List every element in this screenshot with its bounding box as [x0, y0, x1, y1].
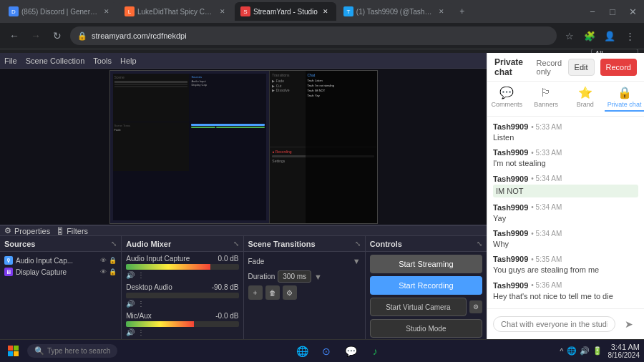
source-lock-icon-display[interactable]: 🔒	[109, 268, 117, 275]
sources-expand-icon[interactable]: ⤡	[111, 240, 117, 248]
start-button[interactable]	[4, 342, 23, 361]
taskbar-right: ^ 🌐 🔊 🔋 3:41 AM 8/16/2024	[560, 343, 640, 359]
studio-mode-button[interactable]: Studio Mode	[370, 319, 482, 338]
virtual-camera-button[interactable]: Start Virtual Camera	[370, 298, 467, 316]
audio-expand-icon[interactable]: ⤡	[233, 240, 239, 248]
maximize-icon[interactable]: □	[604, 3, 621, 20]
sources-panel-actions: ⤡	[111, 240, 117, 248]
tab-streamyard[interactable]: S StreamYard - Studio ✕	[235, 2, 336, 21]
taskbar-app-spotify[interactable]: ♪	[364, 341, 386, 361]
tab-close-streamyard[interactable]: ✕	[321, 6, 331, 16]
chat-msg-meta-1: Tash9909 • 5:33 AM	[493, 148, 638, 157]
taskbar-app-discord[interactable]: 💬	[340, 341, 361, 361]
taskbar-app-edge[interactable]: 🌐	[291, 341, 313, 361]
transition-add-button[interactable]: +	[248, 285, 263, 300]
tab-banners[interactable]: 🏳 Banners	[527, 82, 566, 116]
tab-close-discord[interactable]: ✕	[102, 6, 112, 16]
transition-remove-button[interactable]: 🗑	[265, 285, 280, 300]
duration-row: Duration 300 ms ▼	[248, 270, 361, 283]
tab-favicon-luke: L	[125, 6, 135, 16]
audio-panel-actions: ⤡	[233, 240, 239, 248]
source-lock-icon[interactable]: 🔒	[109, 257, 117, 264]
menu-file[interactable]: File	[4, 57, 17, 65]
menu-help[interactable]: Help	[120, 57, 137, 65]
battery-icon[interactable]: 🔋	[592, 346, 602, 356]
menu-icon[interactable]: ⋮	[621, 27, 638, 44]
audio-desktop-more-icon[interactable]: ⋮	[137, 300, 145, 308]
edit-button[interactable]: Edit	[568, 59, 595, 76]
transitions-panel-actions: ⤡	[355, 240, 361, 248]
volume-icon[interactable]: 🔊	[580, 346, 590, 356]
audio-capture-name: Audio Input Capture	[126, 255, 190, 263]
refresh-button[interactable]: ↻	[49, 27, 66, 44]
star-icon[interactable]: ☆	[561, 27, 578, 44]
audio-desktop-controls: 🔊 ⋮	[126, 300, 238, 308]
filters-label: Filters	[67, 227, 88, 235]
sources-panel: Sources ⤡ 🎙 Audio Input Cap... 👁 🔒	[0, 236, 122, 339]
forward-button[interactable]: →	[27, 27, 44, 44]
browser-chrome: D (865) Discord | General | C... ✕ L Luk…	[0, 0, 644, 53]
tab-tash[interactable]: T (1) Tash9909 (@Tash9909)... ✕	[338, 2, 452, 21]
taskbar-app-chrome[interactable]: ⊙	[316, 341, 337, 361]
minimize-icon[interactable]: −	[584, 3, 601, 20]
audio-capture-vol-icon[interactable]: 🔊	[126, 271, 135, 279]
tab-label-streamyard: StreamYard - Studio	[253, 8, 318, 16]
tab-luke[interactable]: L LukeDidThat Spicy Challenge C... ✕	[119, 2, 233, 21]
tab-close-tash[interactable]: ✕	[436, 6, 447, 16]
transition-settings-button[interactable]: ⚙	[283, 285, 297, 300]
chat-input[interactable]	[493, 316, 615, 332]
private-chat-label: Private chat	[608, 101, 642, 108]
audio-capture-more-icon[interactable]: ⋮	[137, 271, 145, 279]
profile-icon[interactable]: 👤	[601, 27, 618, 44]
tab-private-chat[interactable]: 🔒 Private chat	[605, 82, 644, 116]
search-icon: 🔍	[34, 346, 44, 356]
tray-chevron-icon[interactable]: ^	[560, 347, 563, 356]
start-streaming-button[interactable]: Start Streaming	[370, 255, 482, 273]
source-icon-display: 🖥	[4, 268, 13, 276]
controls-expand-icon[interactable]: ⤡	[477, 240, 482, 248]
back-button[interactable]: ←	[6, 27, 23, 44]
tab-close-luke[interactable]: ✕	[218, 6, 228, 16]
filters-button[interactable]: 🎛 Filters	[56, 227, 88, 235]
chat-msg-time-2: • 5:34 AM	[531, 175, 562, 182]
chat-msg-time-5: • 5:35 AM	[531, 255, 562, 263]
menu-scene-collection[interactable]: Scene Collection	[26, 57, 85, 65]
search-bar[interactable]: 🔍 Type here to search	[27, 344, 117, 358]
chat-msg-meta-6: Tash9909 • 5:36 AM	[493, 281, 638, 290]
start-recording-button[interactable]: Start Recording	[370, 276, 482, 295]
record-only-label: Record only	[537, 59, 562, 76]
audio-mic-db: -0.0 dB	[215, 312, 238, 320]
transition-controls: + 🗑 ⚙	[248, 285, 361, 300]
source-eye-icon-display[interactable]: 👁	[100, 268, 107, 275]
menu-tools[interactable]: Tools	[93, 57, 112, 65]
tab-brand[interactable]: ⭐ Brand	[566, 82, 605, 116]
audio-mic-vol-icon[interactable]: 🔊	[126, 328, 135, 336]
new-tab-button[interactable]: +	[454, 3, 471, 20]
extensions-icon[interactable]: 🧩	[581, 27, 598, 44]
tab-favicon-tash: T	[343, 6, 353, 16]
transitions-expand-icon[interactable]: ⤡	[355, 240, 361, 248]
properties-button[interactable]: ⚙ Properties	[4, 226, 50, 235]
tab-comments[interactable]: 💬 Comments	[487, 82, 527, 116]
address-bar[interactable]: 🔒 streamyard.com/rcdfnekdpi	[70, 26, 557, 45]
source-eye-icon[interactable]: 👁	[100, 257, 107, 264]
duration-dropdown-icon[interactable]: ▼	[314, 273, 322, 281]
close-icon[interactable]: ✕	[624, 3, 641, 20]
vcam-settings-button[interactable]: ⚙	[469, 300, 482, 313]
audio-panel-content: Audio Input Capture 0.0 dB 🔊 ⋮	[122, 252, 243, 339]
tab-discord[interactable]: D (865) Discord | General | C... ✕	[3, 2, 117, 21]
svg-rect-2	[8, 351, 13, 356]
audio-desktop-vol-icon[interactable]: 🔊	[126, 300, 135, 308]
spotify-icon: ♪	[373, 346, 378, 357]
brand-label: Brand	[577, 101, 594, 108]
go-live-button[interactable]: Record	[600, 59, 637, 76]
controls-panel-content: Start Streaming Start Recording Start Vi…	[366, 252, 487, 339]
chat-msg-time-1: • 5:33 AM	[531, 149, 562, 157]
transition-dropdown-icon[interactable]: ▼	[353, 257, 361, 265]
transitions-panel-header: Scene Transitions ⤡	[244, 236, 365, 252]
audio-mic-more-icon[interactable]: ⋮	[137, 328, 145, 336]
clock[interactable]: 3:41 AM 8/16/2024	[608, 343, 640, 359]
chat-send-button[interactable]: ➤	[620, 315, 638, 333]
network-icon[interactable]: 🌐	[567, 346, 577, 356]
preview-area: Scene Sources Audio Input Display Cap	[0, 69, 487, 225]
